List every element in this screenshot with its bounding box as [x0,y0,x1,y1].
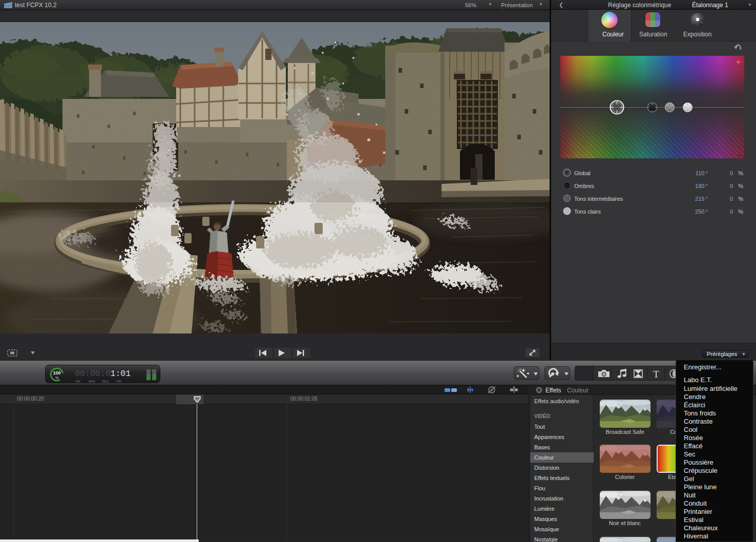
svg-text:%: % [55,376,58,380]
svg-text:T: T [653,369,659,380]
svg-text:100: 100 [53,370,60,376]
